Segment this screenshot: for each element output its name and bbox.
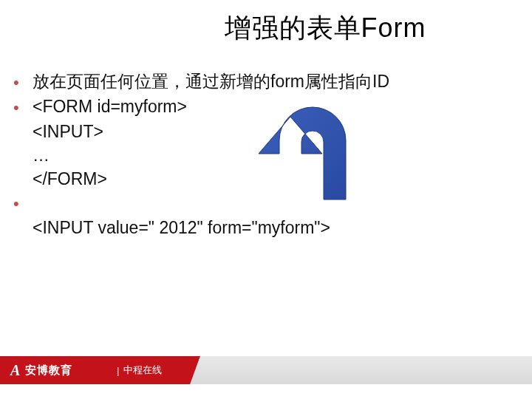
bullet-item-2: • <FORM id=myform> [13, 95, 519, 120]
slide-body: • 放在页面任何位置，通过新增的form属性指向ID • <FORM id=my… [13, 69, 519, 239]
slide-title: 增强的表单Form [0, 10, 532, 47]
footer-logo: A 安博教育 [10, 356, 72, 384]
bullet-text: 放在页面任何位置，通过新增的form属性指向ID [33, 69, 519, 94]
footer-bar: A 安博教育 | 中程在线 [0, 356, 532, 384]
bullet-dot-icon: • [13, 95, 33, 120]
bullet-item-3: • [13, 191, 519, 216]
bullet-dot-icon: • [13, 191, 33, 216]
footer-sub: | 中程在线 [117, 356, 162, 384]
footer-divider-icon: | [117, 365, 119, 376]
slide: 增强的表单Form • 放在页面任何位置，通过新增的form属性指向ID • <… [0, 0, 532, 399]
footer-grey-bg [188, 356, 532, 384]
footer-sub-text: 中程在线 [123, 364, 162, 377]
bullet-text [33, 191, 519, 215]
code-line: … [13, 143, 519, 167]
code-line: <INPUT value=" 2012" form="myform"> [13, 216, 519, 239]
footer-logo-mark: A [10, 362, 21, 379]
bullet-item-1: • 放在页面任何位置，通过新增的form属性指向ID [13, 69, 519, 95]
code-line: <INPUT> [13, 120, 519, 143]
code-line: </FORM> [13, 167, 519, 191]
bullet-dot-icon: • [13, 69, 33, 95]
bullet-text: <FORM id=myform> [33, 95, 519, 119]
footer-brand-text: 安博教育 [25, 364, 72, 378]
